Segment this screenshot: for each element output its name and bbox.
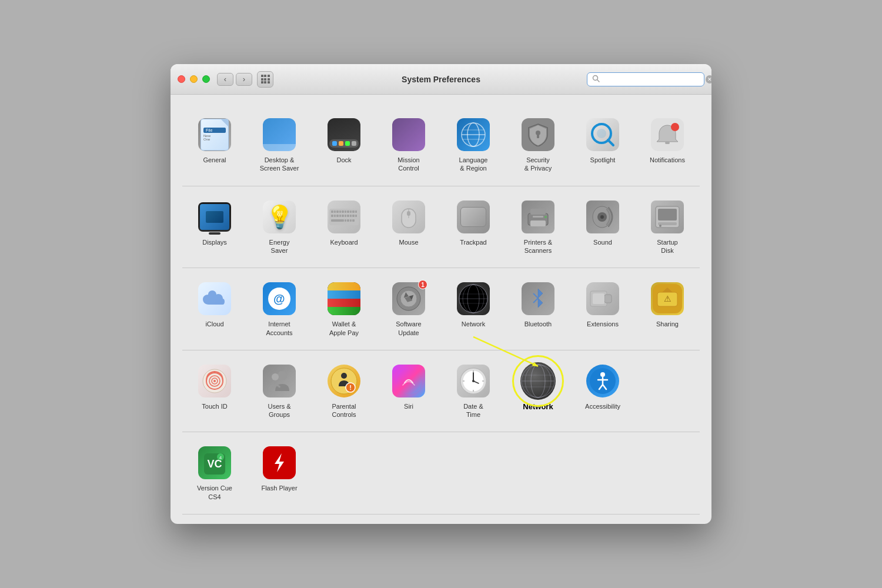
dock-label: Dock <box>336 156 351 164</box>
svg-line-1 <box>597 79 600 82</box>
pref-date[interactable]: Date &Time <box>441 358 506 425</box>
date-icon-wrap <box>456 363 491 399</box>
mission-icon-wrap <box>391 117 426 152</box>
pref-siri[interactable]: Siri <box>376 358 441 425</box>
printers-icon-wrap <box>520 199 556 235</box>
pref-icloud[interactable]: iCloud <box>182 275 247 343</box>
versioncue-icon-wrap: VC 4 <box>197 445 232 480</box>
wallet-label: Wallet &Apple Pay <box>329 320 359 337</box>
svg-text:!: ! <box>349 384 352 391</box>
pref-flash[interactable]: Flash Player <box>247 439 312 507</box>
svg-point-56 <box>341 373 347 379</box>
sharing-icon-wrap: ⚠ <box>650 281 685 316</box>
close-button[interactable] <box>178 75 185 83</box>
search-input[interactable] <box>603 75 702 83</box>
language-icon <box>457 118 490 151</box>
pref-parental[interactable]: ! ParentalControls <box>312 358 376 425</box>
pref-sound[interactable]: Sound <box>570 193 635 261</box>
pref-users[interactable]: Users &Groups <box>247 358 312 425</box>
svg-point-28 <box>659 225 662 227</box>
pref-mouse[interactable]: Mouse <box>376 193 441 261</box>
notifications-label: Notifications <box>650 156 685 164</box>
network-highlighted-label: Network <box>523 402 553 412</box>
keyboard-icon-wrap <box>326 199 362 235</box>
general-icon: File NewOne <box>198 118 231 151</box>
spotlight-icon-wrap <box>585 117 620 152</box>
security-label: Security& Privacy <box>524 156 552 173</box>
minimize-button[interactable] <box>190 75 198 83</box>
flash-label: Flash Player <box>261 484 297 492</box>
pref-internet-accounts[interactable]: @ InternetAccounts <box>247 275 312 343</box>
pref-extensions[interactable]: Extensions <box>570 275 635 343</box>
pref-general[interactable]: File NewOne General <box>182 111 247 179</box>
icloud-label: iCloud <box>205 320 223 328</box>
pref-sharing[interactable]: ⚠ Sharing <box>635 275 700 343</box>
extensions-icon <box>586 282 619 315</box>
svg-point-7 <box>536 131 540 135</box>
pref-startup[interactable]: StartupDisk <box>635 193 700 261</box>
mouse-icon <box>392 201 425 233</box>
pref-notifications[interactable]: Notifications <box>635 111 700 179</box>
language-icon-wrap <box>456 117 491 152</box>
pref-mission[interactable]: MissionControl <box>376 111 441 179</box>
internet-accounts-icon-wrap: @ <box>262 281 297 316</box>
maximize-button[interactable] <box>202 75 210 83</box>
svg-point-54 <box>272 373 279 380</box>
users-icon <box>263 365 296 397</box>
notifications-icon <box>651 118 684 151</box>
displays-icon <box>198 202 231 232</box>
siri-label: Siri <box>404 402 413 410</box>
svg-text:⚠: ⚠ <box>664 294 671 303</box>
grid-view-button[interactable] <box>257 71 273 88</box>
navigation-buttons: ‹ › <box>217 73 252 86</box>
pref-energy[interactable]: 💡 EnergySaver <box>247 193 312 261</box>
startup-label: StartupDisk <box>657 238 677 255</box>
printers-label: Printers &Scanners <box>524 238 552 255</box>
svg-rect-26 <box>658 209 677 220</box>
parental-label: ParentalControls <box>332 402 356 419</box>
svg-rect-43 <box>593 293 604 304</box>
pref-security[interactable]: Security& Privacy <box>506 111 570 179</box>
pref-dock[interactable]: Dock <box>312 111 376 179</box>
trackpad-icon-wrap <box>456 199 491 235</box>
pref-bluetooth[interactable]: Bluetooth <box>506 275 570 343</box>
back-button[interactable]: ‹ <box>217 73 233 86</box>
pref-printers[interactable]: Printers &Scanners <box>506 193 570 261</box>
pref-touchid[interactable]: Touch ID <box>182 358 247 425</box>
pref-language[interactable]: Language& Region <box>441 111 506 179</box>
startup-icon <box>651 201 684 233</box>
svg-text:@: @ <box>273 292 285 305</box>
svg-text:4: 4 <box>219 455 222 460</box>
pref-trackpad[interactable]: Trackpad <box>441 193 506 261</box>
search-clear-button[interactable]: ✕ <box>706 75 711 83</box>
pref-accessibility[interactable]: Accessibility <box>570 358 635 425</box>
section-system: Touch ID Users & <box>182 350 700 433</box>
language-label: Language& Region <box>459 156 488 173</box>
desktop-icon <box>263 118 296 151</box>
general-icon-wrap: File NewOne <box>197 117 232 152</box>
preferences-content: File NewOne General <box>171 95 711 524</box>
pref-keyboard[interactable]: Keyboard <box>312 193 376 261</box>
pref-wallet[interactable]: Wallet &Apple Pay <box>312 275 376 343</box>
pref-spotlight[interactable]: Spotlight <box>570 111 635 179</box>
accessibility-icon <box>586 365 619 397</box>
search-box[interactable]: ✕ <box>587 72 704 86</box>
users-icon-wrap <box>262 363 297 399</box>
pref-network-row3[interactable]: Network <box>441 275 506 343</box>
siri-icon <box>392 365 425 397</box>
pref-versioncue[interactable]: VC 4 Version CueCS4 <box>182 439 247 507</box>
pref-network-highlighted[interactable]: Network <box>506 358 570 425</box>
svg-line-40 <box>533 298 538 303</box>
section-internet: iCloud @ InternetAccounts <box>182 268 700 350</box>
dock-icon-wrap <box>326 117 362 152</box>
forward-button[interactable]: › <box>236 73 252 86</box>
pref-desktop[interactable]: Desktop &Screen Saver <box>247 111 312 179</box>
wallet-icon <box>328 282 360 315</box>
network-highlighted-icon-wrap <box>520 363 556 399</box>
svg-point-53 <box>278 371 287 380</box>
pref-displays[interactable]: Displays <box>182 193 247 261</box>
pref-software[interactable]: 1 SoftwareUpdate <box>376 275 441 343</box>
parental-icon: ! <box>328 365 360 397</box>
section-hardware: Displays 💡 EnergySaver <box>182 186 700 269</box>
date-label: Date &Time <box>463 402 483 419</box>
